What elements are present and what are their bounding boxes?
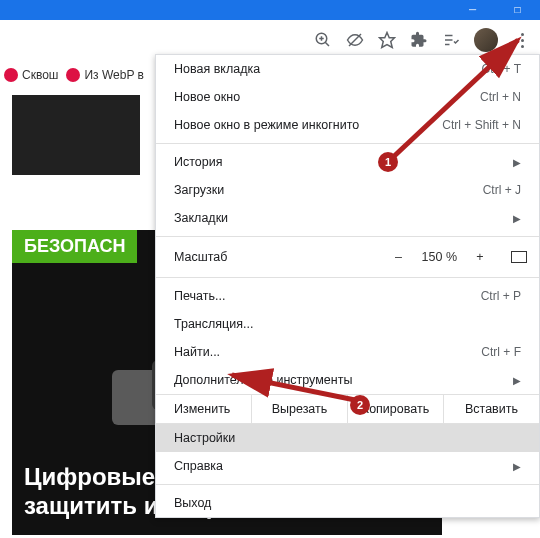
menu-label: Загрузки — [174, 183, 224, 197]
menu-settings[interactable]: Настройки — [156, 424, 539, 452]
star-icon[interactable] — [378, 31, 396, 49]
menu-shortcut: Ctrl + N — [480, 90, 521, 104]
bookmark-favicon — [66, 68, 80, 82]
bookmark-item[interactable]: Сквош — [4, 68, 58, 82]
chevron-right-icon: ▶ — [513, 375, 521, 386]
menu-bookmarks[interactable]: Закладки ▶ — [156, 204, 539, 232]
menu-downloads[interactable]: Загрузки Ctrl + J — [156, 176, 539, 204]
zoom-indicator-icon[interactable] — [314, 31, 332, 49]
menu-label: Новое окно в режиме инкогнито — [174, 118, 359, 132]
bookmark-item[interactable]: Из WebP в — [66, 68, 143, 82]
menu-label: Выход — [174, 496, 211, 510]
chevron-right-icon: ▶ — [513, 461, 521, 472]
bookmark-label: Сквош — [22, 68, 58, 82]
page-banner — [12, 95, 140, 175]
menu-separator — [156, 277, 539, 278]
eye-off-icon[interactable] — [346, 31, 364, 49]
profile-avatar[interactable] — [474, 28, 498, 52]
annotation-number-1: 1 — [378, 152, 398, 172]
menu-label: Дополнительные инструменты — [174, 373, 352, 387]
security-badge: БЕЗОПАСН — [12, 230, 137, 263]
menu-shortcut: Ctrl + F — [481, 345, 521, 359]
menu-edit-row: Изменить Вырезать Копировать Вставить — [156, 394, 539, 424]
menu-button[interactable] — [512, 26, 532, 54]
zoom-out-button[interactable]: – — [390, 250, 408, 264]
menu-new-window[interactable]: Новое окно Ctrl + N — [156, 83, 539, 111]
menu-history[interactable]: История ▶ — [156, 148, 539, 176]
reading-list-icon[interactable] — [442, 31, 460, 49]
menu-separator — [156, 143, 539, 144]
menu-more-tools[interactable]: Дополнительные инструменты ▶ — [156, 366, 539, 394]
extensions-icon[interactable] — [410, 31, 428, 49]
menu-label: Печать... — [174, 289, 225, 303]
menu-zoom: Масштаб – 150 % + — [156, 241, 539, 273]
bookmark-favicon — [4, 68, 18, 82]
zoom-label: Масштаб — [174, 250, 227, 264]
edit-label: Изменить — [156, 395, 251, 423]
menu-find[interactable]: Найти... Ctrl + F — [156, 338, 539, 366]
window-title-bar: ─ □ — [0, 0, 540, 20]
menu-print[interactable]: Печать... Ctrl + P — [156, 282, 539, 310]
chevron-right-icon: ▶ — [513, 213, 521, 224]
menu-incognito[interactable]: Новое окно в режиме инкогнито Ctrl + Shi… — [156, 111, 539, 139]
fullscreen-icon[interactable] — [511, 251, 527, 263]
menu-shortcut: Ctrl + T — [482, 62, 521, 76]
maximize-button[interactable]: □ — [495, 0, 540, 18]
zoom-value: 150 % — [422, 250, 457, 264]
svg-marker-5 — [380, 33, 395, 48]
menu-label: История — [174, 155, 222, 169]
menu-help[interactable]: Справка ▶ — [156, 452, 539, 480]
menu-label: Настройки — [174, 431, 235, 445]
cut-button[interactable]: Вырезать — [251, 395, 347, 423]
menu-new-tab[interactable]: Новая вкладка Ctrl + T — [156, 55, 539, 83]
menu-label: Закладки — [174, 211, 228, 225]
menu-label: Найти... — [174, 345, 220, 359]
menu-exit[interactable]: Выход — [156, 489, 539, 517]
bookmark-label: Из WebP в — [84, 68, 143, 82]
menu-cast[interactable]: Трансляция... — [156, 310, 539, 338]
menu-label: Новое окно — [174, 90, 240, 104]
menu-label: Новая вкладка — [174, 62, 260, 76]
menu-label: Справка — [174, 459, 223, 473]
menu-shortcut: Ctrl + Shift + N — [442, 118, 521, 132]
minimize-button[interactable]: ─ — [450, 0, 495, 18]
menu-separator — [156, 484, 539, 485]
zoom-in-button[interactable]: + — [471, 250, 489, 264]
menu-label: Трансляция... — [174, 317, 253, 331]
chrome-menu: Новая вкладка Ctrl + T Новое окно Ctrl +… — [155, 54, 540, 518]
menu-separator — [156, 236, 539, 237]
annotation-number-2: 2 — [350, 395, 370, 415]
chevron-right-icon: ▶ — [513, 157, 521, 168]
menu-shortcut: Ctrl + P — [481, 289, 521, 303]
paste-button[interactable]: Вставить — [443, 395, 539, 423]
svg-line-1 — [325, 42, 329, 46]
menu-shortcut: Ctrl + J — [483, 183, 521, 197]
